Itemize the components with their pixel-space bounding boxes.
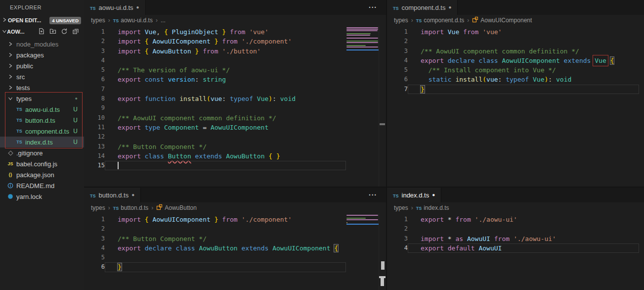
breadcrumb-item[interactable]: button.d.ts <box>121 204 148 211</box>
line-content <box>105 253 346 262</box>
tree-item-.gitignore[interactable]: .gitignore <box>0 147 84 158</box>
collapse-all-icon[interactable] <box>72 28 79 36</box>
git-status-badge: U <box>73 106 78 113</box>
new-file-icon[interactable] <box>38 28 45 36</box>
tree-item-index.d.ts[interactable]: TSindex.d.tsU <box>0 137 84 147</box>
code-line[interactable]: 2 <box>387 224 639 234</box>
tree-item-aowu-ui.d.ts[interactable]: TSaowu-ui.d.tsU <box>0 104 84 115</box>
breadcrumb-item[interactable]: types <box>91 17 105 24</box>
code-line[interactable]: 12 <box>84 132 346 142</box>
code-line[interactable]: 2import { AowuUIComponent } from './comp… <box>84 37 346 46</box>
tab-aowu-ui.d.ts[interactable]: TSaowu-ui.d.ts● <box>84 0 146 15</box>
code-line[interactable]: 13/** Button Component */ <box>84 142 346 151</box>
tree-item-label: types <box>16 95 32 102</box>
code-line[interactable]: 2 <box>84 224 346 234</box>
tree-item-packages[interactable]: packages <box>0 49 84 60</box>
code-line[interactable]: 3import { AowuButton } from './button' <box>84 47 346 56</box>
code-line[interactable]: 15 <box>84 161 346 170</box>
tree-item-package.json[interactable]: {}package.json <box>0 169 84 180</box>
tab-bar: TSindex.d.ts● <box>387 188 644 202</box>
breadcrumb-item[interactable]: aowu-ui.d.ts <box>121 17 153 24</box>
code-line[interactable]: 3import * as AowuUI from './aowu-ui' <box>387 234 639 243</box>
tree-item-README.md[interactable]: README.md <box>0 180 84 191</box>
tab-button.d.ts[interactable]: TSbutton.d.ts● <box>84 188 141 202</box>
code-line[interactable]: 2 <box>387 37 639 46</box>
chevron-right-icon <box>6 85 15 90</box>
modified-dot-icon: ● <box>75 96 78 101</box>
workspace-section-header[interactable]: AOW... <box>0 26 84 38</box>
chevron-right-icon <box>6 52 15 57</box>
explorer-tree: node_modulespackagespublicsrcteststypes●… <box>0 39 84 202</box>
line-number: 6 <box>84 262 105 272</box>
line-content: export declare class AowuButton extends … <box>105 243 346 253</box>
code-line[interactable]: 1import { AowuUIComponent } from './comp… <box>84 215 346 224</box>
code-line[interactable]: 7} <box>387 85 639 94</box>
tab-label: index.d.ts <box>402 192 429 199</box>
code-line[interactable]: 5 /** Install component into Vue */ <box>387 65 639 75</box>
code-line[interactable]: 5 <box>84 253 346 262</box>
code-line[interactable]: 8export function install(vue: typeof Vue… <box>84 94 346 103</box>
code-line[interactable]: 7 <box>84 85 346 94</box>
tree-item-tests[interactable]: tests <box>0 82 84 93</box>
editor-group-divider-vertical[interactable] <box>386 0 387 290</box>
code-line[interactable]: 1import Vue from 'vue' <box>387 27 639 37</box>
code-area[interactable]: 1import { AowuUIComponent } from './comp… <box>84 213 386 290</box>
line-content: import { AowuButton } from './button' <box>105 47 346 56</box>
editor-group-divider-horizontal[interactable] <box>84 187 644 188</box>
line-content <box>105 224 346 234</box>
tree-item-public[interactable]: public <box>0 60 84 71</box>
code-line[interactable]: 4export declare class AowuUIComponent ex… <box>387 56 639 65</box>
code-line[interactable]: 6export const version: string <box>84 75 346 84</box>
breadcrumb-item[interactable]: component.d.ts <box>424 17 464 24</box>
editor-actions-icon[interactable]: ··· <box>369 191 377 199</box>
code-line[interactable]: 4export declare class AowuButton extends… <box>84 243 346 253</box>
tab-index.d.ts[interactable]: TSindex.d.ts● <box>387 188 441 202</box>
code-line[interactable]: 4export default AowuUI <box>387 243 639 253</box>
code-area[interactable]: 1import Vue from 'vue'23/** AowuUI compo… <box>387 26 644 187</box>
tab-component.d.ts[interactable]: TScomponent.d.ts● <box>387 0 458 15</box>
breadcrumb-item[interactable]: types <box>394 204 408 211</box>
line-number: 3 <box>387 234 408 243</box>
breadcrumb-item[interactable]: AowuButton <box>165 204 197 211</box>
refresh-icon[interactable] <box>61 28 68 36</box>
code-line[interactable]: 3/** AowuUI component common definition … <box>387 47 639 56</box>
breadcrumb-item[interactable]: index.d.ts <box>424 204 449 211</box>
unsaved-count-badge: 4 UNSAVED <box>49 17 81 24</box>
code-line[interactable]: 5/** The version of aowu-ui */ <box>84 65 346 75</box>
tree-item-babel.config.js[interactable]: JSbabel.config.js <box>0 158 84 169</box>
code-lines: 1import Vue from 'vue'23/** AowuUI compo… <box>387 27 639 94</box>
code-line[interactable]: 9 <box>84 103 346 113</box>
breadcrumb-item[interactable]: AowuUIComponent <box>480 17 532 24</box>
breadcrumb-item[interactable]: ... <box>161 17 166 24</box>
minimap[interactable] <box>346 215 378 225</box>
code-line[interactable]: 1export * from './aowu-ui' <box>387 215 639 224</box>
minimap-line <box>346 42 378 43</box>
overview-ruler-mark <box>380 123 385 125</box>
tree-item-types[interactable]: types● <box>0 93 84 104</box>
code-area[interactable]: 1import Vue, { PluginObject } from 'vue'… <box>84 26 386 187</box>
line-content <box>105 132 346 142</box>
line-content: import Vue from 'vue' <box>408 27 639 37</box>
editor-actions-icon[interactable]: ··· <box>369 3 377 11</box>
code-line[interactable]: 10/** AowuUI component common definition… <box>84 113 346 123</box>
line-content: } <box>105 262 346 272</box>
code-line[interactable]: 4 <box>84 56 346 65</box>
tree-item-component.d.ts[interactable]: TScomponent.d.tsU <box>0 126 84 137</box>
code-line[interactable]: 11export type Component = AowuUIComponen… <box>84 123 346 132</box>
ts-icon: TS <box>90 3 96 12</box>
code-line[interactable]: 6 static install(vue: typeof Vue): void <box>387 75 639 84</box>
code-line[interactable]: 1import Vue, { PluginObject } from 'vue' <box>84 27 346 37</box>
code-area[interactable]: 1export * from './aowu-ui'23import * as … <box>387 213 644 290</box>
breadcrumb-item[interactable]: types <box>91 204 105 211</box>
code-line[interactable]: 3/** Button Component */ <box>84 234 346 243</box>
code-line[interactable]: 14export class Button extends AowuButton… <box>84 151 346 161</box>
tree-item-node_modules[interactable]: node_modules <box>0 39 84 49</box>
tree-item-button.d.ts[interactable]: TSbutton.d.tsU <box>0 115 84 126</box>
breadcrumb-item[interactable]: types <box>394 17 408 24</box>
new-folder-icon[interactable] <box>49 28 56 36</box>
tree-item-src[interactable]: src <box>0 71 84 82</box>
open-editors-header[interactable]: OPEN EDIT... 4 UNSAVED <box>0 15 84 26</box>
minimap[interactable] <box>346 27 378 50</box>
tree-item-yarn.lock[interactable]: yarn.lock <box>0 191 84 202</box>
code-line[interactable]: 6} <box>84 262 346 272</box>
